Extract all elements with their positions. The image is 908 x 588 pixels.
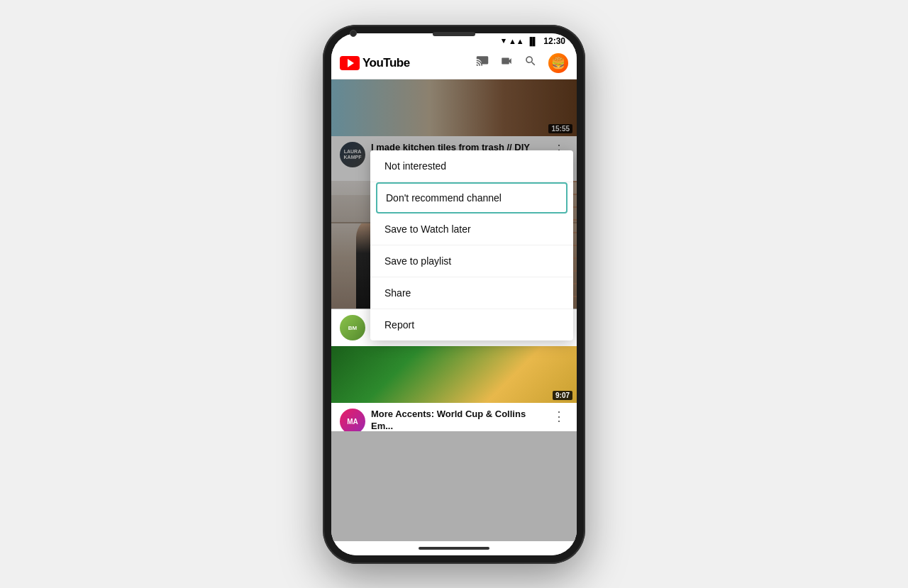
phone-device: ▾ ▲▲ ▐▌ 12:30 YouTube xyxy=(323,25,585,564)
search-icon[interactable] xyxy=(524,55,537,71)
content-area: 15:55 LAURAKAMPF I made kitchen tiles fr… xyxy=(331,79,577,541)
video3-meta: More Accents: World Cup & Collins Em... xyxy=(371,409,544,431)
menu-item-report[interactable]: Report xyxy=(370,309,573,340)
status-icons: ▾ ▲▲ ▐▌ 12:30 xyxy=(502,36,565,46)
video3-info-partial: MA More Accents: World Cup & Collins Em.… xyxy=(331,403,577,431)
home-bar xyxy=(331,541,577,555)
youtube-logo: YouTube xyxy=(340,56,410,70)
video3-thumb-content xyxy=(331,346,577,403)
avatar-emoji: 🍔 xyxy=(551,56,565,70)
youtube-logo-text: YouTube xyxy=(362,56,410,70)
home-indicator[interactable] xyxy=(419,547,489,550)
video3-title[interactable]: More Accents: World Cup & Collins Em... xyxy=(371,409,544,431)
menu-item-save-playlist[interactable]: Save to playlist xyxy=(370,245,573,277)
menu-item-dont-recommend[interactable]: Don't recommend channel xyxy=(376,182,568,213)
wifi-icon: ▾ xyxy=(502,36,506,45)
video3-more-button[interactable]: ⋮ xyxy=(550,409,568,424)
phone-screen: ▾ ▲▲ ▐▌ 12:30 YouTube xyxy=(331,33,577,555)
cast-icon[interactable] xyxy=(476,55,489,71)
battery-icon: ▐▌ xyxy=(527,37,538,45)
video3-channel-avatar[interactable]: MA xyxy=(340,409,365,431)
phone-speaker xyxy=(433,32,475,36)
status-time: 12:30 xyxy=(543,36,565,46)
phone-camera xyxy=(350,30,357,37)
user-avatar[interactable]: 🍔 xyxy=(548,53,568,73)
context-menu: Not interested Don't recommend channel S… xyxy=(370,150,573,340)
youtube-header: YouTube 🍔 xyxy=(331,48,577,79)
menu-item-save-watch-later[interactable]: Save to Watch later xyxy=(370,213,573,245)
header-actions: 🍔 xyxy=(476,53,568,73)
youtube-logo-icon xyxy=(340,56,360,70)
video3-thumbnail[interactable]: 9:07 xyxy=(331,346,577,403)
video2-channel-avatar[interactable]: BM xyxy=(340,315,365,340)
menu-item-not-interested[interactable]: Not interested xyxy=(370,150,573,182)
signal-icon: ▲▲ xyxy=(509,37,524,45)
menu-item-share[interactable]: Share xyxy=(370,277,573,309)
video3-duration: 9:07 xyxy=(553,391,572,400)
video-camera-icon[interactable] xyxy=(500,55,513,71)
